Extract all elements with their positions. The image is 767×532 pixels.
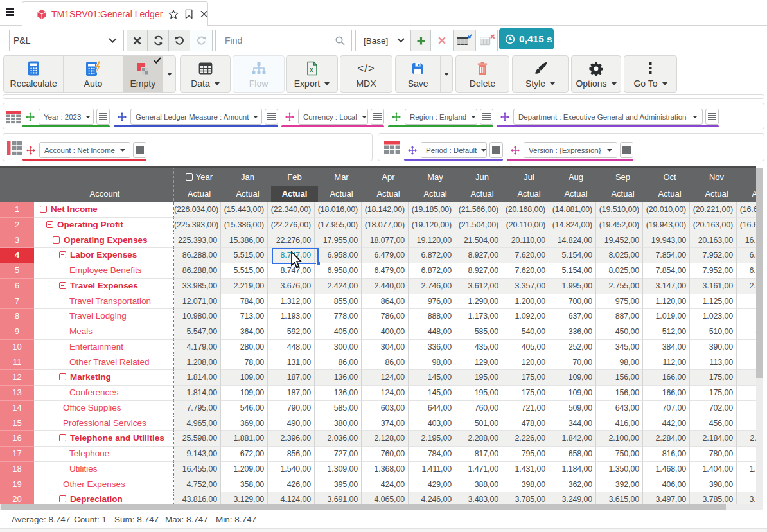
svg-text:x: x [310,66,313,73]
